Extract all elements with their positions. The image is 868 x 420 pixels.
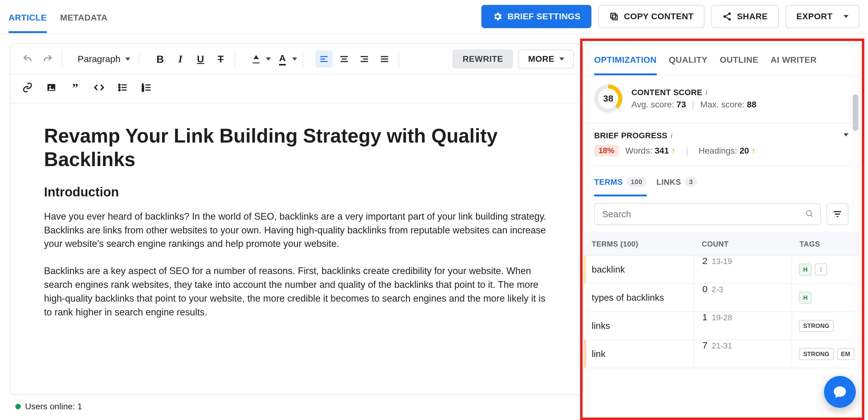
progress-pct: 18% (594, 145, 619, 157)
article-title[interactable]: Revamp Your Link Building Strategy with … (44, 124, 552, 171)
share-label: SHARE (737, 11, 768, 21)
top-bar: ARTICLE METADATA BRIEF SETTINGS COPY CON… (0, 0, 868, 34)
italic-button[interactable]: I (172, 51, 189, 67)
numbered-list-button[interactable]: 123 (138, 79, 155, 96)
tags-cell: H (792, 284, 859, 311)
max-score-value: 88 (747, 100, 756, 109)
arrow-up-icon: ↑ (751, 146, 756, 156)
chevron-down-icon[interactable] (292, 57, 297, 61)
align-right-button[interactable] (356, 51, 373, 67)
tags-cell: H (792, 256, 859, 283)
count-cell: 721-31 (694, 340, 792, 368)
term-cell: backlink (584, 264, 694, 275)
redo-button[interactable] (39, 51, 56, 67)
svg-point-4 (728, 18, 731, 21)
optimization-panel: OPTIMIZATION QUALITY OUTLINE AI WRITER 3… (583, 44, 860, 420)
col-tags[interactable]: TAGS (792, 233, 859, 255)
paragraph-select-label: Paragraph (78, 54, 120, 64)
svg-point-13 (807, 211, 811, 216)
usage-bar (584, 340, 586, 368)
collapse-button[interactable] (843, 132, 848, 138)
search-icon (805, 209, 814, 219)
document-body[interactable]: Revamp Your Link Building Strategy with … (10, 103, 583, 394)
tag-badge: H (799, 292, 812, 304)
count-cell: 213-19 (694, 256, 792, 283)
underline-button[interactable]: U (192, 51, 209, 67)
table-row[interactable]: types of backlinks02-3H (584, 284, 859, 312)
code-button[interactable] (90, 79, 107, 96)
copy-content-label: COPY CONTENT (624, 11, 693, 21)
table-row[interactable]: backlink213-19H (584, 256, 859, 284)
col-count[interactable]: COUNT (694, 233, 792, 255)
tag-badge: STRONG (799, 348, 834, 360)
tab-ai-writer[interactable]: AI WRITER (771, 44, 817, 75)
more-button[interactable]: MORE (518, 50, 574, 68)
brief-settings-label: BRIEF SETTINGS (508, 11, 581, 21)
svg-rect-5 (48, 84, 55, 91)
avg-score-value: 73 (676, 100, 686, 109)
filter-button[interactable] (827, 203, 848, 225)
tab-optimization[interactable]: OPTIMIZATION (594, 44, 657, 75)
tab-metadata[interactable]: METADATA (60, 2, 107, 33)
export-label: EXPORT (797, 11, 833, 21)
links-tab-label: LINKS (656, 177, 681, 187)
words-value: 341 (655, 146, 669, 156)
info-icon[interactable]: i (671, 131, 673, 140)
tab-outline[interactable]: OUTLINE (720, 44, 758, 75)
brief-settings-button[interactable]: BRIEF SETTINGS (482, 5, 592, 28)
row-menu-button[interactable] (815, 263, 827, 276)
headings-value: 20 (740, 146, 749, 156)
quote-button[interactable]: ” (67, 79, 84, 96)
term-cell: types of backlinks (584, 292, 694, 303)
paragraph-select[interactable]: Paragraph (74, 54, 133, 64)
terms-count-badge: 100 (626, 177, 647, 187)
share-button[interactable]: SHARE (711, 5, 779, 28)
chevron-down-icon[interactable] (266, 57, 271, 61)
online-dot-icon (15, 404, 21, 409)
svg-point-8 (119, 87, 120, 88)
table-row[interactable]: links119-28STRONG (584, 312, 859, 340)
tab-article[interactable]: ARTICLE (8, 2, 47, 33)
rewrite-button[interactable]: REWRITE (453, 50, 513, 68)
article-paragraph[interactable]: Have you ever heard of backlinks? In the… (44, 210, 552, 251)
max-score-label: Max. score: (700, 100, 745, 109)
strikethrough-button[interactable]: T (212, 51, 229, 67)
svg-point-14 (820, 268, 822, 268)
align-left-button[interactable] (315, 51, 333, 67)
search-field[interactable] (594, 203, 821, 225)
align-justify-button[interactable] (376, 51, 393, 67)
article-paragraph[interactable]: Backlinks are a key aspect of SEO for a … (44, 264, 552, 319)
image-button[interactable] (43, 79, 60, 96)
content-score-label: CONTENT SCORE (631, 88, 702, 97)
svg-text:3: 3 (142, 88, 144, 92)
bold-button[interactable]: B (152, 51, 169, 67)
search-input[interactable] (601, 208, 801, 220)
highlight-color-button[interactable] (248, 51, 265, 67)
terms-tab-label: TERMS (594, 177, 623, 187)
chat-bubble-button[interactable] (824, 376, 856, 408)
tags-cell: STRONG (792, 312, 859, 340)
article-h2[interactable]: Introduction (44, 185, 552, 199)
svg-text:1: 1 (142, 83, 144, 87)
tag-badge: H (799, 264, 812, 276)
tab-terms[interactable]: TERMS 100 (594, 174, 647, 196)
chevron-down-icon (125, 57, 130, 61)
users-online-label: Users online: 1 (25, 402, 82, 412)
tab-links[interactable]: LINKS 3 (656, 174, 697, 196)
terms-table: TERMS (100) COUNT TAGS backlink213-19Hty… (584, 232, 859, 419)
info-icon[interactable]: i (705, 88, 708, 97)
export-button[interactable]: EXPORT (785, 5, 860, 28)
svg-point-6 (49, 86, 51, 87)
chevron-down-icon (559, 57, 564, 61)
table-row[interactable]: link721-31STRONGEM (584, 340, 859, 368)
svg-point-2 (728, 12, 731, 15)
copy-content-button[interactable]: COPY CONTENT (598, 5, 705, 28)
col-terms[interactable]: TERMS (100) (584, 233, 694, 255)
tab-quality[interactable]: QUALITY (669, 44, 708, 75)
bullet-list-button[interactable] (114, 79, 131, 96)
text-color-button[interactable]: A (274, 51, 291, 67)
align-center-button[interactable] (336, 51, 353, 67)
editor-card: Paragraph B I U T A (10, 44, 583, 395)
link-button[interactable] (19, 79, 36, 96)
undo-button[interactable] (19, 51, 36, 67)
